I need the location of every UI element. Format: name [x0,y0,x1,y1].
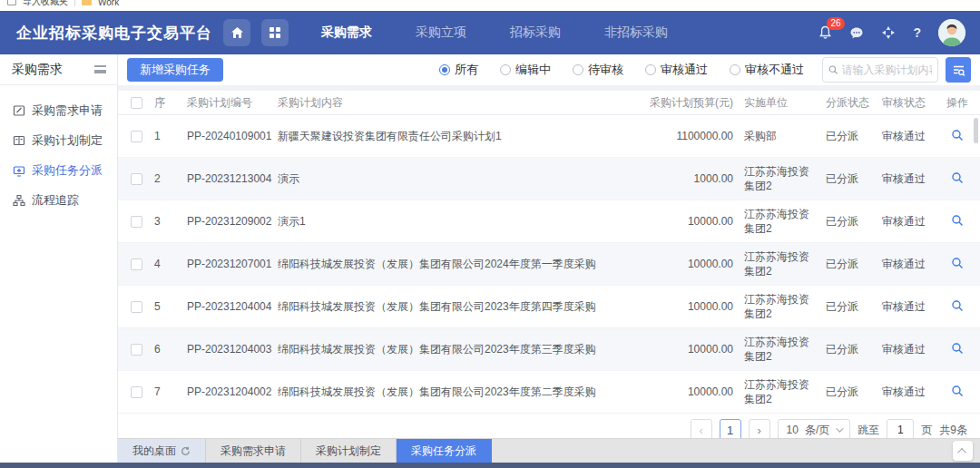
main-panel: 新增采购任务 所有 编辑中 待审核 审核通过 审核不通过 [118,54,980,463]
sidebar-title: 采购需求 [12,62,63,78]
advanced-search-button[interactable] [946,57,971,83]
row-checkbox[interactable] [131,386,142,398]
nav-bidding-procurement[interactable]: 招标采购 [510,24,561,41]
edit-document-icon [13,104,25,117]
refresh-icon [181,446,191,456]
search-input[interactable] [841,63,932,76]
import-bookmarks-icon [7,0,16,5]
page-suffix: 页 [921,423,932,438]
table-row: 1 PP-20240109001 新疆天聚建设投资集团有限责任公司采购计划1 1… [118,115,980,158]
row-checkbox[interactable] [131,301,142,313]
nav-procurement-initiation[interactable]: 采购立项 [416,24,466,41]
divider [74,0,75,6]
table-header-row: 序 采购计划编号 采购计划内容 采购计划预算(元) 实施单位 分派状态 审核状态… [118,91,980,115]
table-row: 6 PP-20231204003 绵阳科技城发展投资（发展）集团有限公司2023… [118,328,980,371]
bookmark-import[interactable]: 导入收藏夹 [23,0,68,8]
view-detail-button[interactable] [951,214,964,227]
top-nav: 采购需求 采购立项 招标采购 非招标采购 [321,24,668,41]
flow-track-icon [13,194,25,207]
app-title: 企业招标采购电子交易平台 [16,23,212,44]
home-button[interactable] [223,19,250,46]
tab-my-desktop[interactable]: 我的桌面 [118,439,206,463]
col-seq: 序 [154,95,187,111]
view-detail-button[interactable] [951,385,964,397]
magnifier-icon [951,171,964,184]
filter-all[interactable]: 所有 [439,62,478,78]
filter-editing[interactable]: 编辑中 [500,62,551,78]
filter-approved[interactable]: 审核通过 [645,62,708,78]
notification-badge: 26 [827,17,844,30]
add-task-button[interactable]: 新增采购任务 [127,58,223,82]
row-checkbox[interactable] [131,258,142,270]
expand-arrows-icon [881,25,896,40]
search-icon [828,64,838,75]
row-checkbox[interactable] [131,344,142,356]
table-scrollbar[interactable] [974,118,978,143]
col-budget: 采购计划预算(元) [597,95,733,111]
help-button[interactable]: ? [913,25,921,40]
magnifier-icon [951,299,964,312]
radio-icon [573,64,583,75]
tab-plan-make[interactable]: 采购计划制定 [301,439,397,463]
tab-demand-apply[interactable]: 采购需求申请 [206,439,301,463]
col-audit-status: 审核状态 [871,95,935,111]
sidebar-item-plan-make[interactable]: 采购计划制定 [0,125,117,155]
magnifier-icon [951,257,964,269]
view-detail-button[interactable] [951,171,964,184]
app-header: 企业招标采购电子交易平台 采购需求 采购立项 招标采购 非招标采购 26 [0,11,980,54]
magnifier-icon [951,214,964,227]
sidebar-item-label: 采购任务分派 [32,162,103,179]
view-detail-button[interactable] [951,299,964,312]
notifications-button[interactable]: 26 [818,25,832,40]
dispatch-share-icon [13,164,25,177]
filter-pending-review[interactable]: 待审核 [573,62,623,78]
collapse-up-button[interactable] [953,441,973,461]
radio-icon [645,64,656,75]
avatar-person-icon [938,19,965,46]
magnifier-icon [951,385,964,397]
header-actions: 26 ? [818,19,965,46]
nav-non-bidding-procurement[interactable]: 非招标采购 [604,24,668,41]
sidebar-collapse-icon[interactable] [94,65,106,73]
list-search-icon [952,63,965,77]
user-avatar[interactable] [938,19,965,46]
view-detail-button[interactable] [951,129,964,141]
folder-icon [82,0,92,5]
nav-procurement-demand[interactable]: 采购需求 [321,24,372,41]
col-plan-content: 采购计划内容 [278,95,597,111]
sidebar-item-label: 采购计划制定 [32,132,103,149]
select-all-checkbox[interactable] [131,97,142,109]
sidebar: 采购需求 采购需求申请 采购计划制定 [0,54,118,463]
table-row: 4 PP-20231207001 绵阳科技城发展投资（发展）集团有限公司2024… [118,243,980,286]
table-card: 序 采购计划编号 采购计划内容 采购计划预算(元) 实施单位 分派状态 审核状态… [118,91,980,438]
bottom-tab-bar: 我的桌面 采购需求申请 采购计划制定 采购任务分派 [118,438,980,463]
app-window: 导入收藏夹 Work 企业招标采购电子交易平台 采购需求 采购立项 招标采购 非… [0,0,980,468]
home-icon [230,26,244,39]
sidebar-item-label: 采购需求申请 [32,102,103,119]
fullscreen-button[interactable] [881,25,896,40]
sidebar-item-process-track[interactable]: 流程追踪 [0,185,117,215]
row-checkbox[interactable] [131,131,142,142]
filter-rejected[interactable]: 审核不通过 [730,62,804,78]
row-checkbox[interactable] [131,173,142,185]
radio-icon [439,64,450,75]
messages-button[interactable] [849,26,864,40]
sidebar-item-label: 流程追踪 [32,192,79,209]
view-detail-button[interactable] [951,342,964,355]
bookmark-folder-work[interactable]: Work [98,0,119,7]
plan-book-icon [13,134,25,147]
apps-grid-button[interactable] [261,19,289,46]
status-filter-group: 所有 编辑中 待审核 审核通过 审核不通过 [439,62,804,78]
sidebar-item-demand-apply[interactable]: 采购需求申请 [0,95,117,125]
row-checkbox[interactable] [131,216,142,228]
view-detail-button[interactable] [951,257,964,269]
table-row: 7 PP-20231204002 绵阳科技城发展投资（发展）集团有限公司2023… [118,371,980,414]
sidebar-header: 采购需求 [0,54,117,85]
col-actions: 操作 [935,95,980,111]
search-box [822,57,938,83]
browser-bookmarks-bar: 导入收藏夹 Work [0,0,980,11]
sidebar-item-task-dispatch[interactable]: 采购任务分派 [0,155,117,185]
content-area: 采购需求 采购需求申请 采购计划制定 [0,54,980,463]
toolbar: 新增采购任务 所有 编辑中 待审核 审核通过 审核不通过 [118,54,980,85]
tab-task-dispatch[interactable]: 采购任务分派 [397,439,492,463]
